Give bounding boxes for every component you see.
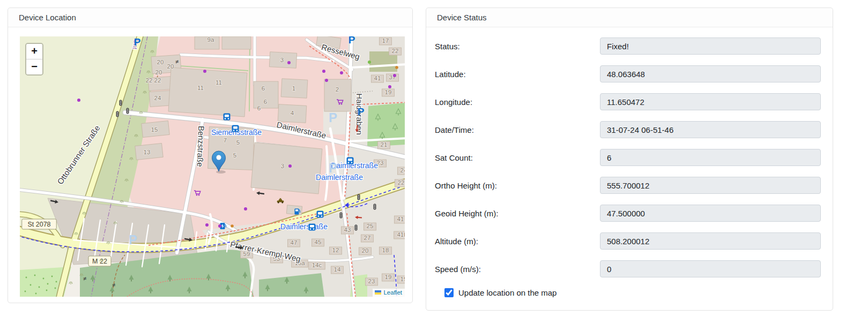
crossing-icon (112, 282, 115, 288)
status-input[interactable] (600, 37, 821, 55)
house-number: 19 (385, 89, 392, 95)
device-status-body: Status: Latitude: Longitude: Date/Time: … (426, 27, 833, 297)
altitude-label: Altitude (m): (435, 237, 600, 246)
house-number: 25 (367, 223, 374, 229)
leaflet-map[interactable]: P P ≠ (20, 36, 405, 297)
house-number: 6 (264, 99, 267, 105)
poi-dot-icon (218, 224, 221, 228)
house-number: 19 (385, 274, 392, 280)
field-row-datetime: Date/Time: (435, 121, 821, 138)
traffic-light-icon (116, 111, 119, 117)
geoid-height-input[interactable] (600, 205, 821, 222)
update-location-checkbox-label[interactable]: Update location on the map (458, 288, 557, 297)
house-number: 22 22 (146, 77, 161, 84)
house-number: 14c (312, 262, 322, 268)
route-shield-text: St 2078 (27, 221, 50, 228)
house-number: 18 (382, 247, 389, 253)
map-canvas[interactable]: P P ≠ (20, 36, 405, 297)
house-number: 2 (336, 86, 339, 93)
house-number: 24 (400, 167, 405, 174)
poi-dot-icon (287, 61, 291, 64)
parking-icon (348, 36, 355, 46)
bus-stop-icon (309, 224, 316, 231)
house-number: 23 (368, 278, 375, 284)
zoom-out-button[interactable]: − (26, 59, 42, 74)
house-number: 22 (392, 48, 399, 54)
transit-stop-label: Daimlerstraße (331, 161, 378, 170)
zoom-in-button[interactable]: + (26, 44, 42, 59)
poi-dot-orange-icon (231, 224, 234, 228)
device-status-title: Device Status (426, 8, 833, 27)
house-number: 47 (291, 239, 298, 246)
poi-dot-icon (340, 71, 343, 74)
house-number: 6 (257, 105, 261, 111)
device-location-card: Device Location P P ≠ (8, 7, 413, 303)
poi-dot-icon (325, 79, 328, 82)
house-number: 15 (400, 276, 405, 282)
house-number: 3 (281, 163, 284, 169)
status-label: Status: (435, 42, 600, 51)
parking-icon (358, 106, 365, 117)
ortho-height-input[interactable] (600, 177, 821, 194)
house-number: 6 (262, 85, 265, 92)
poi-dot-green-icon (368, 61, 371, 64)
house-number: 7 (224, 137, 227, 144)
traffic-light-icon (355, 225, 358, 231)
house-number: 5 (233, 152, 236, 159)
device-status-card: Device Status Status: Latitude: Longitud… (426, 7, 833, 311)
house-number: 21 (381, 141, 388, 148)
poi-dot-icon (77, 99, 80, 102)
leaflet-link[interactable]: Leaflet (383, 289, 402, 296)
bus-stop-icon (224, 114, 231, 121)
longitude-input[interactable] (600, 93, 821, 110)
house-number: 11 (197, 85, 204, 91)
device-location-title: Device Location (8, 8, 412, 27)
house-number: 22 (398, 179, 405, 186)
house-number: 13 (144, 149, 151, 155)
field-row-longitude: Longitude: (435, 93, 821, 110)
poi-dot-icon (288, 164, 292, 168)
altitude-input[interactable] (600, 232, 821, 250)
update-location-checkbox[interactable] (444, 288, 454, 297)
field-row-status: Status: (435, 37, 821, 55)
field-row-latitude: Latitude: (435, 65, 821, 82)
satcount-input[interactable] (600, 149, 821, 166)
map-zoom-control: + − (25, 43, 43, 76)
house-number: 12 (332, 247, 339, 253)
house-number: 20 (155, 69, 162, 76)
poi-dot-icon (244, 207, 247, 210)
bus-stop-icon (347, 157, 354, 164)
poi-dot-icon (205, 223, 209, 227)
crossing-icon (83, 275, 86, 282)
poi-dot-orange-icon (395, 66, 398, 69)
map-attribution: Leaflet (373, 289, 405, 297)
parking-lot-icon (329, 161, 337, 175)
field-row-satcount: Sat Count: (435, 149, 821, 166)
parking-lot-icon (129, 232, 137, 247)
latitude-input[interactable] (600, 65, 821, 82)
house-number: 41 (397, 216, 404, 222)
house-number: 15 (151, 126, 158, 133)
house-number: 41 (374, 75, 381, 81)
datetime-input[interactable] (600, 121, 821, 138)
house-number: 17 (382, 37, 389, 44)
ukraine-flag-icon (375, 290, 381, 295)
house-number: 1 (292, 85, 295, 92)
house-number: 20 (167, 63, 174, 70)
field-row-speed: Speed (m/s): (435, 260, 821, 277)
house-number: 3 (280, 57, 284, 63)
latitude-label: Latitude: (435, 70, 600, 79)
house-number: 41b (397, 231, 405, 238)
satcount-label: Sat Count: (435, 153, 600, 162)
field-row-geoid-height: Geoid Height (m): (435, 205, 821, 222)
house-number: 24 (154, 95, 161, 101)
transit-stop-label: Daimlerstraße (280, 222, 328, 231)
datetime-label: Date/Time: (435, 125, 600, 134)
house-number: 14 (334, 266, 341, 273)
parking-icon (134, 36, 141, 48)
speed-input[interactable] (600, 260, 821, 277)
house-number: 27 (364, 235, 371, 241)
traffic-light-icon (127, 108, 129, 114)
traffic-light-icon (374, 204, 376, 210)
update-location-row: Update location on the map (435, 288, 821, 297)
